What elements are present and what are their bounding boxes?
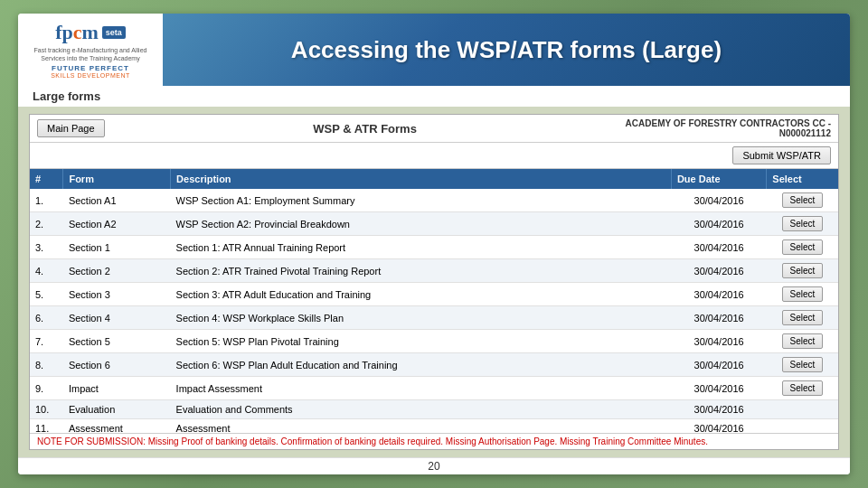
slide-container: fpcm seta Fast tracking e-Manufacturing …	[18, 14, 850, 474]
cell-description: Section 6: WSP Plan Adult Education and …	[171, 353, 672, 377]
table-row: 9.ImpactImpact Assessment30/04/2016Selec…	[30, 377, 838, 400]
cell-description: Section 5: WSP Plan Pivotal Training	[171, 330, 672, 353]
col-header-num: #	[30, 169, 63, 189]
cell-form: Section 4	[63, 306, 171, 330]
table-scroll-area[interactable]: # Form Description Due Date Select 1.Sec…	[30, 169, 838, 433]
cell-form: Section 1	[63, 236, 171, 259]
cell-num: 11.	[30, 419, 63, 434]
cell-form: Section 6	[63, 353, 171, 377]
table-row: 6.Section 4Section 4: WSP Workplace Skil…	[30, 306, 838, 330]
logo-tagline: Fast tracking e-Manufacturing and Allied…	[25, 46, 156, 62]
select-button[interactable]: Select	[782, 357, 824, 372]
select-button[interactable]: Select	[782, 239, 824, 255]
title-banner: Accessing the WSP/ATR forms (Large)	[163, 14, 850, 86]
slide-wrapper: fpcm seta Fast tracking e-Manufacturing …	[0, 0, 868, 488]
submit-bar: Submit WSP/ATR	[30, 143, 838, 169]
cell-due-date: 30/04/2016	[671, 236, 766, 259]
company-name: ACADEMY OF FORESTRY CONTRACTORS CC -	[626, 118, 831, 128]
cell-due-date: 30/04/2016	[671, 283, 766, 306]
col-header-date: Due Date	[671, 169, 766, 189]
select-button[interactable]: Select	[782, 286, 824, 302]
cell-due-date: 30/04/2016	[671, 189, 766, 212]
cell-due-date: 30/04/2016	[671, 400, 766, 419]
logo-box: fpcm seta Fast tracking e-Manufacturing …	[25, 21, 156, 79]
cell-select: Select	[767, 259, 838, 283]
cell-num: 3.	[30, 236, 63, 259]
forms-table: # Form Description Due Date Select 1.Sec…	[30, 169, 838, 433]
table-row: 4.Section 2Section 2: ATR Trained Pivota…	[30, 259, 838, 283]
cell-select: Select	[767, 330, 838, 353]
cell-select: Select	[767, 189, 838, 212]
table-row: 3.Section 1Section 1: ATR Annual Trainin…	[30, 236, 838, 259]
cell-due-date: 30/04/2016	[671, 306, 766, 330]
logo-top: fpcm seta	[55, 21, 126, 44]
inner-panel: Main Page WSP & ATR Forms ACADEMY OF FOR…	[29, 114, 839, 450]
select-button[interactable]: Select	[782, 216, 824, 231]
slide-title: Accessing the WSP/ATR forms (Large)	[291, 36, 722, 64]
cell-form: Impact	[63, 377, 171, 400]
cell-description: WSP Section A1: Employment Summary	[171, 189, 672, 212]
cell-form: Assessment	[63, 419, 171, 434]
cell-num: 2.	[30, 212, 63, 236]
cell-select: Select	[767, 236, 838, 259]
content-area: Main Page WSP & ATR Forms ACADEMY OF FOR…	[18, 107, 850, 457]
cell-description: Impact Assessment	[171, 377, 672, 400]
seta-badge: seta	[102, 26, 126, 39]
cell-form: Section A1	[63, 189, 171, 212]
table-row: 2.Section A2WSP Section A2: Provincial B…	[30, 212, 838, 236]
table-header-row: # Form Description Due Date Select	[30, 169, 838, 189]
skills-development-text: SKILLS DEVELOPMENT	[51, 72, 130, 79]
cell-description: WSP Section A2: Provincial Breakdown	[171, 212, 672, 236]
subtitle-text: Large forms	[33, 89, 100, 103]
cell-select	[767, 419, 838, 434]
slide-number: 20	[18, 457, 850, 474]
cell-num: 4.	[30, 259, 63, 283]
cell-num: 9.	[30, 377, 63, 400]
note-text: NOTE FOR SUBMISSION: Missing Proof of ba…	[37, 436, 708, 446]
cell-select	[767, 400, 838, 419]
table-body: 1.Section A1WSP Section A1: Employment S…	[30, 189, 838, 433]
cell-due-date: 30/04/2016	[671, 419, 766, 434]
company-number: N000021112	[626, 128, 831, 138]
logo-fpcm-text: fpcm	[55, 21, 99, 44]
select-button[interactable]: Select	[782, 310, 824, 325]
submit-wsp-atr-button[interactable]: Submit WSP/ATR	[732, 146, 831, 164]
future-perfect-text: FUTURE PERFECT	[52, 64, 129, 72]
cell-select: Select	[767, 283, 838, 306]
cell-select: Select	[767, 353, 838, 377]
main-page-button[interactable]: Main Page	[37, 119, 105, 137]
cell-select: Select	[767, 306, 838, 330]
select-button[interactable]: Select	[782, 192, 824, 208]
select-button[interactable]: Select	[782, 380, 824, 396]
cell-form: Section A2	[63, 212, 171, 236]
cell-description: Section 2: ATR Trained Pivotal Training …	[171, 259, 672, 283]
cell-due-date: 30/04/2016	[671, 353, 766, 377]
cell-num: 10.	[30, 400, 63, 419]
company-info: ACADEMY OF FORESTRY CONTRACTORS CC - N00…	[626, 118, 831, 138]
cell-num: 7.	[30, 330, 63, 353]
cell-form: Section 3	[63, 283, 171, 306]
table-row: 7.Section 5Section 5: WSP Plan Pivotal T…	[30, 330, 838, 353]
select-button[interactable]: Select	[782, 333, 824, 349]
cell-due-date: 30/04/2016	[671, 212, 766, 236]
cell-form: Section 5	[63, 330, 171, 353]
cell-due-date: 30/04/2016	[671, 259, 766, 283]
cell-num: 1.	[30, 189, 63, 212]
panel-topbar: Main Page WSP & ATR Forms ACADEMY OF FOR…	[30, 115, 838, 143]
cell-select: Select	[767, 377, 838, 400]
col-header-desc: Description	[171, 169, 672, 189]
table-row: 11.AssessmentAssessment30/04/2016	[30, 419, 838, 434]
table-row: 5.Section 3Section 3: ATR Adult Educatio…	[30, 283, 838, 306]
cell-description: Section 1: ATR Annual Training Report	[171, 236, 672, 259]
cell-num: 5.	[30, 283, 63, 306]
cell-description: Evaluation and Comments	[171, 400, 672, 419]
panel-title: WSP & ATR Forms	[112, 122, 618, 136]
cell-num: 6.	[30, 306, 63, 330]
col-header-select: Select	[767, 169, 838, 189]
cell-due-date: 30/04/2016	[671, 330, 766, 353]
logo-area: fpcm seta Fast tracking e-Manufacturing …	[18, 14, 163, 86]
select-button[interactable]: Select	[782, 263, 824, 278]
cell-form: Section 2	[63, 259, 171, 283]
cell-select: Select	[767, 212, 838, 236]
cell-num: 8.	[30, 353, 63, 377]
